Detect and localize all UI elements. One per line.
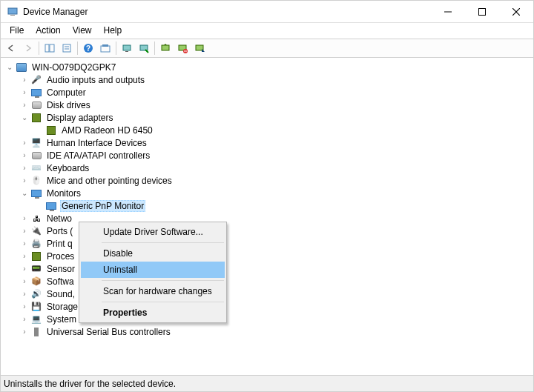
- expand-icon[interactable]: ›: [19, 288, 30, 300]
- expand-icon[interactable]: ›: [19, 225, 30, 237]
- ctx-uninstall[interactable]: Uninstall: [81, 262, 225, 278]
- expand-icon[interactable]: ›: [19, 313, 30, 325]
- expand-icon[interactable]: ›: [19, 301, 30, 313]
- back-button[interactable]: [3, 40, 19, 56]
- ctx-update-driver[interactable]: Update Driver Software...: [81, 224, 225, 240]
- node-label: Disk drives: [45, 100, 92, 110]
- audio-icon: 🎤: [30, 74, 42, 86]
- ctx-properties[interactable]: Properties: [81, 305, 225, 321]
- node-label: Display adapters: [45, 113, 114, 123]
- help-button[interactable]: ?: [80, 40, 96, 56]
- svg-text:?: ?: [86, 44, 90, 53]
- close-button[interactable]: [499, 1, 533, 22]
- expand-icon[interactable]: ›: [19, 175, 30, 187]
- expand-icon[interactable]: ›: [19, 162, 30, 174]
- node-label-selected: Generic PnP Monitor: [60, 200, 145, 212]
- menu-help[interactable]: Help: [98, 23, 128, 39]
- expand-icon[interactable]: ›: [19, 150, 30, 162]
- tree-node-monitors[interactable]: ⌄Monitors: [19, 187, 532, 199]
- show-hide-tree-button[interactable]: [42, 40, 58, 56]
- tree-node-disk[interactable]: ›Disk drives: [19, 99, 532, 111]
- gpu-icon: [45, 124, 57, 136]
- node-label: Monitors: [45, 188, 82, 199]
- action-button[interactable]: [97, 40, 113, 56]
- software-icon: 📦: [30, 276, 42, 288]
- update-driver-button[interactable]: [157, 40, 174, 56]
- title-bar: Device Manager: [1, 1, 533, 23]
- monitor-icon: [30, 187, 42, 199]
- storage-icon: 💾: [30, 301, 42, 313]
- scan-hardware-button[interactable]: [119, 40, 135, 56]
- printer-icon: 🖨️: [30, 238, 42, 250]
- system-icon: 💻: [30, 313, 42, 325]
- sensor-icon: 📟: [30, 263, 42, 275]
- tree-node-usb[interactable]: ›Universal Serial Bus controllers: [19, 325, 532, 338]
- node-label: IDE ATA/ATAPI controllers: [45, 150, 151, 161]
- tree-node-display[interactable]: ⌄Display adapters: [19, 111, 532, 124]
- expand-icon[interactable]: ›: [19, 87, 30, 99]
- node-label: Universal Serial Bus controllers: [45, 327, 172, 337]
- ctx-disable[interactable]: Disable: [81, 245, 225, 262]
- tree-node-hid[interactable]: ›🖥️Human Interface Devices: [19, 136, 532, 149]
- uninstall-button[interactable]: [174, 40, 191, 56]
- ctx-separator: [102, 302, 224, 302]
- cpu-icon: [30, 250, 42, 262]
- computer-icon: [30, 87, 42, 99]
- node-label: Human Interface Devices: [45, 138, 148, 148]
- tree-node-amd[interactable]: ›AMD Radeon HD 6450: [33, 124, 532, 136]
- menu-view[interactable]: View: [67, 23, 98, 39]
- svg-rect-14: [102, 44, 108, 47]
- svg-rect-7: [50, 44, 54, 52]
- window-controls: [431, 1, 533, 22]
- minimize-button[interactable]: [431, 1, 465, 22]
- network-icon: 🖧: [30, 213, 42, 225]
- node-label: Sensor: [45, 264, 76, 274]
- tree-root[interactable]: ⌄ WIN-O079DQ2GPK7: [4, 61, 532, 73]
- tree-node-pnp-monitor[interactable]: ›Generic PnP Monitor: [33, 199, 532, 212]
- disable-button[interactable]: [191, 40, 208, 56]
- svg-rect-17: [140, 45, 148, 50]
- tree-node-ide[interactable]: ›IDE ATA/ATAPI controllers: [19, 149, 532, 162]
- expand-icon[interactable]: ⌄: [4, 62, 16, 73]
- svg-rect-13: [101, 46, 110, 52]
- svg-rect-1: [10, 15, 15, 16]
- properties-button[interactable]: [59, 40, 75, 56]
- node-label: Audio inputs and outputs: [45, 75, 146, 85]
- collapse-icon[interactable]: ⌄: [19, 187, 30, 199]
- maximize-button[interactable]: [465, 1, 499, 22]
- tree-node-keyboards[interactable]: ›⌨️Keyboards: [19, 162, 532, 174]
- expand-icon[interactable]: ›: [19, 276, 30, 288]
- svg-rect-3: [479, 8, 486, 15]
- menu-file[interactable]: File: [4, 23, 30, 39]
- tree-node-computer[interactable]: ›Computer: [19, 86, 532, 99]
- device-tree[interactable]: ⌄ WIN-O079DQ2GPK7 ›🎤Audio inputs and out…: [1, 58, 533, 375]
- expand-icon[interactable]: ›: [19, 263, 30, 275]
- svg-rect-16: [125, 51, 128, 52]
- ctx-separator: [102, 280, 224, 281]
- svg-rect-8: [63, 44, 70, 52]
- expand-icon[interactable]: ›: [19, 137, 30, 149]
- menu-action[interactable]: Action: [30, 23, 66, 39]
- toolbar-separator: [116, 41, 116, 55]
- toolbar-separator: [39, 41, 39, 55]
- expand-icon[interactable]: ›: [19, 99, 30, 111]
- ctx-scan-hardware[interactable]: Scan for hardware changes: [81, 283, 225, 299]
- collapse-icon[interactable]: ⌄: [19, 112, 30, 124]
- expand-icon[interactable]: ›: [19, 213, 30, 225]
- usb-icon: [30, 326, 42, 338]
- ports-icon: 🔌: [30, 225, 42, 237]
- forward-button[interactable]: [20, 40, 36, 56]
- expand-icon[interactable]: ›: [19, 250, 30, 262]
- enable-button[interactable]: [136, 40, 152, 56]
- expand-icon[interactable]: ›: [19, 74, 30, 86]
- tree-node-mice[interactable]: ›🖱️Mice and other pointing devices: [19, 174, 532, 187]
- expand-icon[interactable]: ›: [19, 326, 30, 338]
- node-label: Ports (: [45, 226, 74, 236]
- toolbar: ?: [1, 39, 533, 58]
- ctx-separator: [102, 242, 224, 243]
- monitor-icon: [45, 200, 57, 212]
- status-text: Uninstalls the driver for the selected d…: [4, 379, 176, 389]
- ide-icon: [30, 150, 42, 162]
- tree-node-audio[interactable]: ›🎤Audio inputs and outputs: [19, 73, 532, 86]
- expand-icon[interactable]: ›: [19, 238, 30, 250]
